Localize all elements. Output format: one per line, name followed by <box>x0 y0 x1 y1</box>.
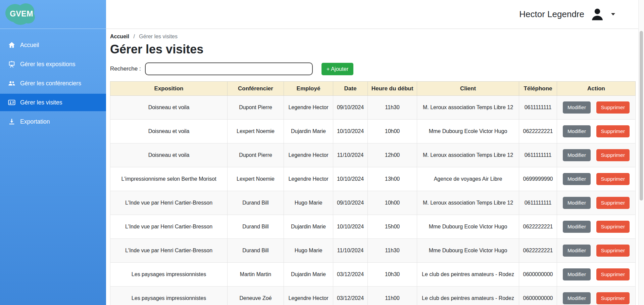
cell-telephone: 0600000000 <box>519 287 557 305</box>
search-label: Recherche : <box>110 66 141 72</box>
edit-button[interactable]: Modifier <box>563 173 591 185</box>
cell-client: Mme Dubourg Ecole Victor Hugo <box>417 239 519 263</box>
cell-date: 11/10/2024 <box>333 239 368 263</box>
table-row: L'Inde vue par Henri Cartier-Bresson Dur… <box>110 191 636 215</box>
cell-client: Mme Dubourg Ecole Victor Hugo <box>417 215 519 239</box>
edit-button[interactable]: Modifier <box>563 268 591 280</box>
edit-button[interactable]: Modifier <box>563 292 591 304</box>
edit-button[interactable]: Modifier <box>563 245 591 257</box>
cell-telephone: 0611111111 <box>519 96 557 120</box>
col-header-heure: Heure du début <box>368 82 417 96</box>
delete-button[interactable]: Supprimer <box>596 101 630 114</box>
cell-telephone: 0622222221 <box>519 239 557 263</box>
easel-icon <box>8 60 15 68</box>
sidebar-item-label: Exportation <box>20 118 50 125</box>
search-row: Recherche : + Ajouter <box>110 62 638 75</box>
cell-date: 11/10/2024 <box>333 143 368 167</box>
edit-button[interactable]: Modifier <box>563 149 591 161</box>
user-menu[interactable]: Hector Legendre <box>519 7 615 22</box>
main-content: Accueil / Gérer les visites Gérer les vi… <box>106 29 638 305</box>
cell-employe: Legendre Hector <box>284 143 333 167</box>
delete-button[interactable]: Supprimer <box>596 221 630 233</box>
cell-client: M. Leroux association Temps Libre 12 <box>417 96 519 120</box>
delete-button[interactable]: Supprimer <box>596 268 630 280</box>
table-row: Doisneau et voila Lexpert Noemie Dujardi… <box>110 120 636 143</box>
chevron-down-icon <box>611 13 615 15</box>
visits-table-body: Doisneau et voila Dupont Pierre Legendre… <box>110 96 636 305</box>
cell-date: 09/10/2024 <box>333 191 368 215</box>
breadcrumb: Accueil / Gérer les visites <box>110 34 638 40</box>
cell-actions: Modifier Supprimer <box>557 215 636 239</box>
cell-date: 09/10/2024 <box>333 96 368 120</box>
cell-exposition: L'Inde vue par Henri Cartier-Bresson <box>110 191 228 215</box>
sidebar-item-label: Gérer les expositions <box>20 61 75 68</box>
delete-button[interactable]: Supprimer <box>596 245 630 257</box>
cell-heure-du-debut: 11h30 <box>368 96 417 120</box>
sidebar-item-expositions[interactable]: Gérer les expositions <box>0 55 106 73</box>
table-row: Les paysages impressionnistes Deneuve Zo… <box>110 287 636 305</box>
cell-date: 10/10/2024 <box>333 167 368 191</box>
sidebar-item-conferenciers[interactable]: Gérer les conférenciers <box>0 75 106 92</box>
scrollbar-thumb[interactable] <box>640 31 643 201</box>
cell-employe: Dujardin Marie <box>284 120 333 143</box>
table-row: L'Inde vue par Henri Cartier-Bresson Dur… <box>110 239 636 263</box>
col-header-conferencier: Conférencier <box>228 82 284 96</box>
cell-client: M. Leroux association Temps Libre 12 <box>417 191 519 215</box>
vertical-scrollbar[interactable] <box>638 0 644 305</box>
add-button[interactable]: + Ajouter <box>321 63 354 75</box>
cell-actions: Modifier Supprimer <box>557 239 636 263</box>
cell-telephone: 0611111111 <box>519 143 557 167</box>
cell-heure-du-debut: 12h00 <box>368 143 417 167</box>
search-input[interactable] <box>145 62 313 75</box>
visits-table: Exposition Conférencier Employé Date Heu… <box>110 81 636 305</box>
cell-actions: Modifier Supprimer <box>557 167 636 191</box>
cell-telephone: 0622222221 <box>519 120 557 143</box>
cell-telephone: 0611111111 <box>519 191 557 215</box>
sidebar-item-accueil[interactable]: Accueil <box>0 36 106 54</box>
cell-employe: Legendre Hector <box>284 96 333 120</box>
page-title: Gérer les visites <box>110 42 638 56</box>
sidebar-item-label: Gérer les visites <box>20 99 62 106</box>
col-header-date: Date <box>333 82 368 96</box>
sidebar-header: GVEM <box>0 0 106 29</box>
table-row: Les paysages impressionnistes Martin Mar… <box>110 263 636 287</box>
col-header-exposition: Exposition <box>110 82 228 96</box>
cell-heure-du-debut: 10h00 <box>368 120 417 143</box>
cell-heure-du-debut: 10h00 <box>368 191 417 215</box>
edit-button[interactable]: Modifier <box>563 197 591 209</box>
edit-button[interactable]: Modifier <box>563 101 591 114</box>
cell-client: M. Leroux association Temps Libre 12 <box>417 143 519 167</box>
delete-button[interactable]: Supprimer <box>596 149 630 161</box>
edit-button[interactable]: Modifier <box>563 125 591 137</box>
delete-button[interactable]: Supprimer <box>596 197 630 209</box>
breadcrumb-separator: / <box>133 34 135 39</box>
cell-conferencier: Durand Bill <box>228 215 284 239</box>
col-header-action: Action <box>557 82 636 96</box>
cell-conferencier: Dupont Pierre <box>228 96 284 120</box>
cell-conferencier: Durand Bill <box>228 239 284 263</box>
breadcrumb-home[interactable]: Accueil <box>110 34 129 39</box>
sidebar-item-visites[interactable]: Gérer les visites <box>0 94 106 111</box>
delete-button[interactable]: Supprimer <box>596 173 630 185</box>
cell-employe: Hugo Marie <box>284 239 333 263</box>
cell-conferencier: Dupont Pierre <box>228 143 284 167</box>
cell-client: Mme Dubourg Ecole Victor Hugo <box>417 120 519 143</box>
cell-heure-du-debut: 15h00 <box>368 215 417 239</box>
cell-date: 10/10/2024 <box>333 120 368 143</box>
delete-button[interactable]: Supprimer <box>596 125 630 137</box>
table-row: Doisneau et voila Dupont Pierre Legendre… <box>110 143 636 167</box>
topbar: Hector Legendre <box>106 0 644 29</box>
cell-actions: Modifier Supprimer <box>557 263 636 287</box>
breadcrumb-current: Gérer les visites <box>139 34 178 39</box>
cell-exposition: Doisneau et voila <box>110 120 228 143</box>
cell-client: Agence de voyages Air Libre <box>417 167 519 191</box>
cell-actions: Modifier Supprimer <box>557 96 636 120</box>
sidebar-item-exportation[interactable]: Exportation <box>0 113 106 130</box>
cell-exposition: L'Inde vue par Henri Cartier-Bresson <box>110 239 228 263</box>
sidebar-item-label: Accueil <box>20 42 39 49</box>
edit-button[interactable]: Modifier <box>563 221 591 233</box>
cell-client: Le club des peintres amateurs - Rodez <box>417 287 519 305</box>
cell-employe: Legendre Hector <box>284 167 333 191</box>
delete-button[interactable]: Supprimer <box>596 292 630 304</box>
user-name: Hector Legendre <box>519 9 584 19</box>
